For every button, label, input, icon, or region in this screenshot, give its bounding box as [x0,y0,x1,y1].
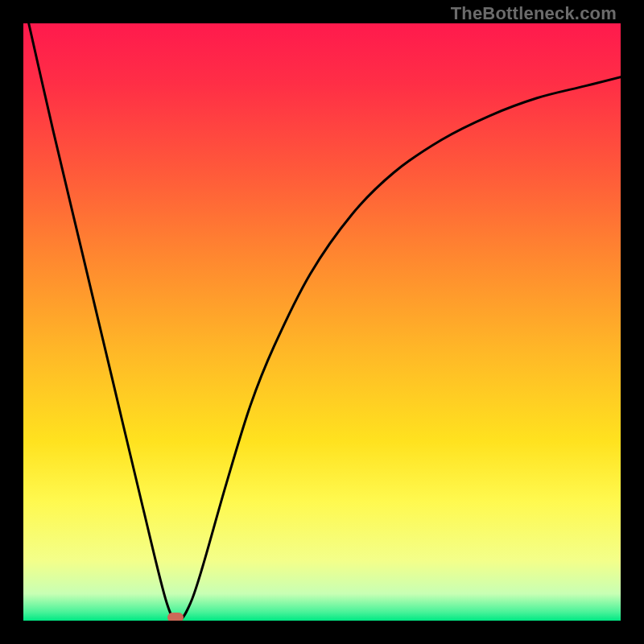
optimal-point-marker [167,613,184,621]
curve-layer [23,23,621,621]
plot-area [23,23,621,621]
chart-frame: TheBottleneck.com [0,0,644,644]
bottleneck-curve [23,23,621,621]
watermark-text: TheBottleneck.com [451,3,617,24]
